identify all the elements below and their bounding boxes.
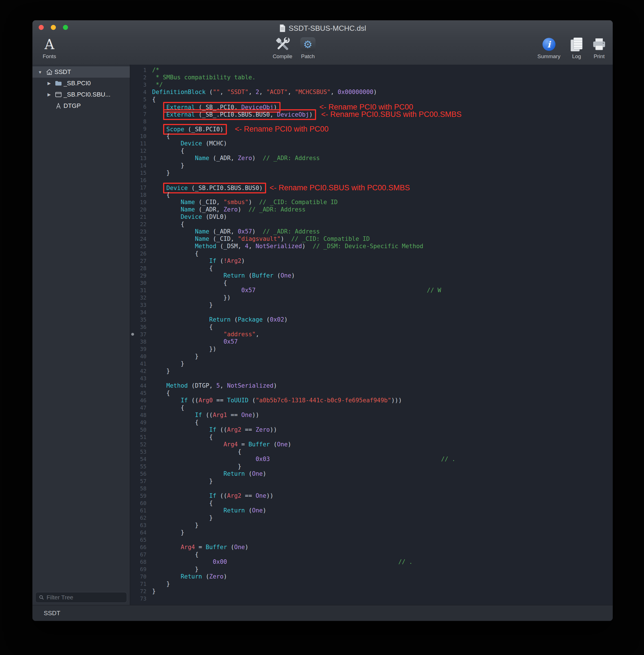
disclosure-triangle[interactable]: ▼ (36, 70, 44, 74)
line-number: 12 (130, 147, 149, 154)
code-line[interactable]: 29 Return (Buffer (One) (130, 272, 613, 279)
code-line[interactable]: 50 If ((Arg2 == Zero)) (130, 426, 613, 433)
code-line[interactable]: 11 Device (MCHC) (130, 140, 613, 147)
code-line[interactable]: 32 }) (130, 294, 613, 301)
patch-button[interactable]: ⚙ Patch (300, 36, 316, 63)
code-line[interactable]: 72} (130, 588, 613, 595)
code-line[interactable]: 70 Return (Zero) (130, 573, 613, 580)
code-line[interactable]: 20 Name (_ADR, Zero) // _ADR: Address (130, 206, 613, 213)
code-line[interactable]: 14 } (130, 162, 613, 169)
code-text: Return (Buffer (One) (149, 272, 295, 279)
code-line[interactable]: 23 Name (_ADR, 0x57) // _ADR: Address (130, 228, 613, 235)
sidebar-item-ssdt[interactable]: ▼SSDT (32, 66, 130, 77)
code-line[interactable]: 43 (130, 375, 613, 382)
code-line[interactable]: 66 Arg4 = Buffer (One) (130, 543, 613, 551)
code-line[interactable]: 30 { (130, 279, 613, 287)
line-number: 50 (130, 426, 149, 433)
compile-button[interactable]: Compile (273, 36, 292, 63)
code-line[interactable]: 38 0x57 (130, 338, 613, 345)
code-line[interactable]: 60 { (130, 499, 613, 507)
code-line[interactable]: 54 0x03 // . (130, 455, 613, 463)
home-icon (44, 69, 54, 75)
disclosure-triangle[interactable]: ▶ (45, 81, 53, 86)
code-line[interactable]: 46 If ((Arg0 == ToUUID ("a0b5b7c6-1318-4… (130, 397, 613, 404)
line-number: 9 (130, 125, 149, 132)
code-line[interactable]: 59 If ((Arg2 == One)) (130, 492, 613, 499)
code-line[interactable]: 41 } (130, 360, 613, 367)
token: ) (273, 382, 277, 389)
code-line[interactable]: 64 } (130, 529, 613, 536)
code-line[interactable]: 26 { (130, 250, 613, 257)
code-line[interactable]: 2 * SMBus compatibility table. (130, 74, 613, 81)
token (152, 206, 181, 213)
code-line[interactable]: 44 Method (DTGP, 5, NotSerialized) (130, 382, 613, 389)
token: { (152, 390, 170, 397)
code-line[interactable]: 13 Name (_ADR, Zero) // _ADR: Address (130, 154, 613, 162)
code-line[interactable]: 34 (130, 309, 613, 316)
code-line[interactable]: 35 Return (Package (0x02) (130, 316, 613, 323)
sidebar-item-sb-pci0[interactable]: ▶_SB.PCI0 (32, 77, 130, 89)
code-line[interactable]: 3 */ (130, 81, 613, 88)
token: Name (181, 199, 195, 206)
code-line[interactable]: 55 } (130, 463, 613, 470)
code-line[interactable]: 24 Name (_CID, "diagsvault") // _CID: Co… (130, 235, 613, 243)
sidebar-item-sb-pci0-sbu[interactable]: ▶_SB.PCI0.SBU... (32, 89, 130, 100)
code-line[interactable]: 15 } (130, 169, 613, 177)
code-line[interactable]: 67 { (130, 551, 613, 558)
code-line[interactable]: 27 If (!Arg2) (130, 257, 613, 265)
filter-tree-field[interactable]: Filter Tree (35, 592, 127, 603)
code-line[interactable]: 56 Return (One) (130, 470, 613, 477)
code-line[interactable]: 7 External (_SB_.PCI0.SBUS.BUS0, DeviceO… (130, 110, 613, 118)
log-button[interactable]: Log (570, 36, 583, 63)
print-button[interactable]: Print (592, 36, 607, 63)
code-line[interactable]: 4DefinitionBlock ("", "SSDT", 2, "ACDT",… (130, 88, 613, 96)
code-line[interactable]: 51 { (130, 433, 613, 441)
token: If (195, 412, 202, 419)
code-line[interactable]: 53 { (130, 448, 613, 455)
code-editor[interactable]: 1/*2 * SMBus compatibility table.3 */4De… (130, 65, 613, 605)
summary-button[interactable]: i Summary (537, 36, 560, 63)
code-line[interactable]: 52 Arg4 = Buffer (One) (130, 441, 613, 448)
code-line[interactable]: 39 }) (130, 345, 613, 353)
disclosure-triangle[interactable]: ▶ (45, 92, 53, 97)
code-line[interactable]: 47 { (130, 404, 613, 411)
fonts-button[interactable]: A Fonts (43, 36, 56, 63)
code-line[interactable]: 17 Device (_SB.PCI0.SBUS.BUS0)<- Rename … (130, 184, 613, 191)
code-line[interactable]: 9 Scope (_SB.PCI0)<- Rename PCI0 with PC… (130, 125, 613, 132)
code-line[interactable]: 61 Return (One) (130, 507, 613, 514)
code-line[interactable]: 42 } (130, 367, 613, 375)
code-line[interactable]: 18 { (130, 191, 613, 199)
code-line[interactable]: 65 (130, 536, 613, 543)
code-line[interactable]: 37 "address", (130, 331, 613, 338)
code-line[interactable]: 71 } (130, 580, 613, 588)
code-line[interactable]: 36 { (130, 323, 613, 331)
code-line[interactable]: 1/* (130, 66, 613, 74)
code-line[interactable]: 40 } (130, 353, 613, 360)
code-line[interactable]: 45 { (130, 389, 613, 397)
code-line[interactable]: 57 } (130, 477, 613, 485)
code-line[interactable]: 62 } (130, 514, 613, 521)
code-line[interactable]: 25 Method (_DSM, 4, NotSerialized) // _D… (130, 243, 613, 250)
code-line[interactable]: 48 If ((Arg1 == One)) (130, 411, 613, 419)
code-text: Return (One) (149, 507, 267, 514)
sidebar-item-dtgp[interactable]: DTGP (32, 100, 130, 112)
token: ToUUID (227, 397, 249, 404)
code-line[interactable]: 12 { (130, 147, 613, 154)
code-text: DefinitionBlock ("", "SSDT", 2, "ACDT", … (149, 88, 377, 96)
code-line[interactable]: 21 Device (DVL0) (130, 213, 613, 221)
code-line[interactable]: 69 } (130, 565, 613, 573)
code-line[interactable]: 31 0x57 // W (130, 287, 613, 294)
code-line[interactable]: 28 { (130, 265, 613, 272)
line-number: 45 (130, 389, 149, 397)
code-line[interactable]: 58 (130, 485, 613, 492)
code-line[interactable]: 19 Name (_CID, "smbus") // _CID: Compati… (130, 199, 613, 206)
summary-label: Summary (537, 53, 560, 60)
code-line[interactable]: 68 0x00 // . (130, 558, 613, 565)
code-line[interactable]: 49 { (130, 419, 613, 426)
code-line[interactable]: 33 } (130, 301, 613, 309)
code-line[interactable]: 22 { (130, 221, 613, 228)
code-text: } (149, 588, 156, 595)
code-line[interactable]: 63 } (130, 521, 613, 529)
code-line[interactable]: 10 { (130, 132, 613, 140)
code-line[interactable]: 73 (130, 595, 613, 602)
